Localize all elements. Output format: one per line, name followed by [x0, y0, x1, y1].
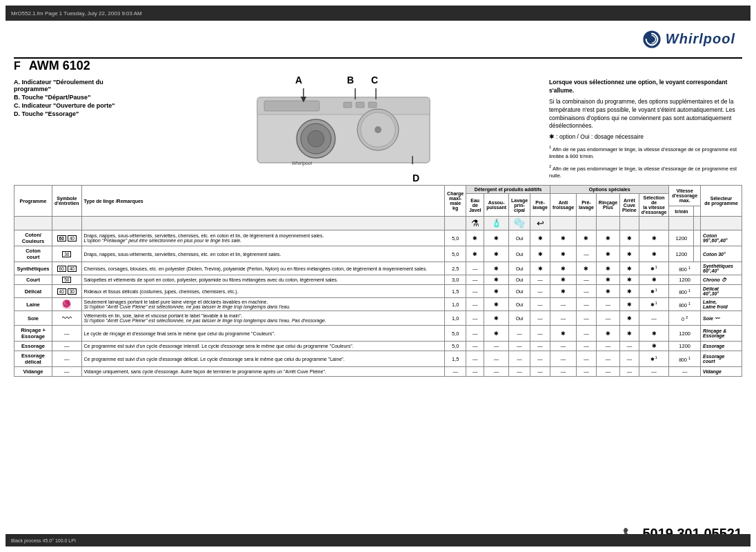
- icon-arret: [620, 217, 639, 230]
- desc-delicat: Rideaux et tissus délicats (costumes, ju…: [81, 285, 445, 298]
- desc-court: Salopettes et vêtements de sport en coto…: [81, 275, 445, 285]
- th-rincage: RinçagePlus: [596, 194, 619, 217]
- eau-cot-court: ✱: [466, 246, 484, 262]
- icon-prelav: ↩: [530, 217, 550, 230]
- main-table: Programme Symboled'entretien Type de lin…: [14, 185, 742, 377]
- icon-row-charge: [445, 217, 466, 230]
- desc-laine: Seulement lainages portant le label pure…: [81, 298, 445, 311]
- label-a: A: [295, 75, 302, 86]
- pre2-delicat: —: [577, 285, 597, 298]
- icon-row-type: [81, 217, 445, 230]
- top-strip: MrO552.1.fm Page 1 Tuesday, July 22, 200…: [6, 6, 750, 21]
- sym-ess-del: —: [52, 351, 82, 367]
- rinc-rincage: ✱: [596, 326, 619, 342]
- prog-label-rincage: Rinçage &Essorage: [701, 326, 742, 342]
- arret-court: ✱: [620, 275, 639, 285]
- anti-cot-court: ✱: [550, 246, 576, 262]
- icon-eau: ⚗: [466, 217, 484, 230]
- sel-delicat: ✱1: [639, 285, 669, 298]
- icon-row-programme: [14, 217, 52, 230]
- indicator-a: A. Indicateur "Déroulement du programme": [14, 79, 138, 92]
- desc-cot-court: Draps, nappes, sous-vêtements, serviette…: [81, 246, 445, 262]
- desc-rincage: Le cycle de rinçage et d'essorage final …: [81, 326, 445, 342]
- touche-d: D. Touche "Essorage": [14, 110, 138, 117]
- rinc-delicat: ✱: [596, 285, 619, 298]
- bottom-strip: Black process 45.0° 100.0 LPI: [6, 534, 750, 546]
- sel-synth: ✱1: [639, 262, 669, 275]
- arret-soie: ✱: [620, 311, 639, 326]
- anti-coton: ✱: [550, 230, 576, 246]
- prog-laine: Laine: [14, 298, 52, 311]
- svg-rect-10: [344, 102, 352, 108]
- vit-cot-court: 1200: [669, 246, 694, 262]
- eau-delicat: —: [466, 285, 484, 298]
- pre2-cot-court: —: [577, 246, 597, 262]
- eau-synth: —: [466, 262, 484, 275]
- svg-text:Whirlpool: Whirlpool: [292, 161, 312, 166]
- arret-essorage: —: [620, 342, 639, 351]
- sym-synth: 60 40: [52, 262, 82, 275]
- th-vitesse-group: Vitessed'essoragemax.: [669, 186, 701, 206]
- arret-synth: ✱: [620, 262, 639, 275]
- icon-prog: [701, 217, 742, 230]
- pre-rincage: —: [530, 326, 550, 342]
- table-row: Délicat 40 30 Rideaux et tissus délicats…: [14, 285, 742, 298]
- rinc-soie: —: [596, 311, 619, 326]
- sym-laine: 🧶: [52, 298, 82, 311]
- assou-coton: ✱: [484, 230, 509, 246]
- label-d: D: [412, 172, 419, 184]
- star-note: ✱ : option / Oui : dosage nécessaire: [549, 133, 742, 141]
- charge-laine: 1,0: [445, 298, 466, 311]
- arret-ess-del: —: [620, 351, 639, 367]
- lav-soie: Oui: [509, 311, 530, 326]
- pre-coton: ✱: [530, 230, 550, 246]
- whirlpool-logo: Whirlpool: [642, 30, 735, 49]
- table-row: Essorage — Ce programme est suivi d'un c…: [14, 342, 742, 351]
- svg-rect-11: [356, 102, 364, 108]
- prog-court: Court: [14, 275, 52, 285]
- charge-coton: 5,0: [445, 230, 466, 246]
- label-b: B: [347, 75, 354, 86]
- machine-diagram: Whirlpool: [254, 87, 433, 170]
- th-options-group: Options spéciales: [550, 186, 668, 194]
- desc-coton: Draps, nappes, sous-vêtements, serviette…: [81, 230, 445, 246]
- th-symbole: Symboled'entretien: [52, 186, 82, 217]
- rinc-laine: —: [596, 298, 619, 311]
- charge-cot-court: 5,0: [445, 246, 466, 262]
- eau-laine: —: [466, 298, 484, 311]
- anti-laine: —: [550, 298, 576, 311]
- th-selection: Sélection dela vitessed'essorage: [639, 194, 669, 217]
- prog-soie: Soie: [14, 311, 52, 326]
- sel-cot-court: ✱: [639, 246, 669, 262]
- vit-coton: 1200: [669, 230, 694, 246]
- vit-court: 1200: [669, 275, 701, 285]
- header-area: Whirlpool: [14, 21, 742, 59]
- eau-court: —: [466, 275, 484, 285]
- th-programme: Programme: [14, 186, 52, 217]
- assou-delicat: ✱: [484, 285, 509, 298]
- prog-label-vidange: Vidange: [701, 367, 742, 377]
- svg-point-6: [375, 126, 381, 133]
- charge-court: 3,0: [445, 275, 466, 285]
- assou-synth: ✱: [484, 262, 509, 275]
- prog-essorage: Essorage: [14, 342, 52, 351]
- th-assou: Assou-puissant: [484, 194, 509, 217]
- th-anti-fr: Antifroissage: [550, 194, 576, 217]
- table-row: Vidange — Vidange uniquement, sans cycle…: [14, 367, 742, 377]
- lav-court: Oui: [509, 275, 530, 285]
- note-2: 2 Afin de ne pas endommager le linge, la…: [549, 164, 742, 180]
- anti-delicat: ✱: [550, 285, 576, 298]
- sel-soie: —: [639, 311, 669, 326]
- pre2-essorage: —: [577, 342, 597, 351]
- prog-synth: Synthétiques: [14, 262, 52, 275]
- prog-delicat: Délicat: [14, 285, 52, 298]
- bottom-strip-text: Black process 45.0° 100.0 LPI: [11, 538, 76, 543]
- th-charge: Chargemaxi-malekg: [445, 186, 466, 217]
- rinc-coton: ✱: [596, 230, 619, 246]
- icon-vit2: [694, 217, 701, 230]
- assou-soie: ✱: [484, 311, 509, 326]
- touche-b: B. Touche "Départ/Pause": [14, 94, 138, 101]
- vit-vidange: —: [669, 367, 701, 377]
- table-row: Rinçage +Essorage — Le cycle de rinçage …: [14, 326, 742, 342]
- pre2-vidange: —: [577, 367, 597, 377]
